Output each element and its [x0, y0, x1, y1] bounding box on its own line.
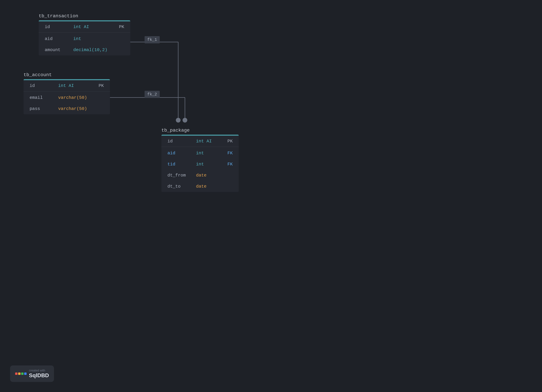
col-type: int AI: [58, 83, 87, 88]
col-name: dt_to: [168, 184, 189, 189]
table-row: aid int FK: [161, 148, 239, 159]
col-type: varchar(50): [58, 106, 87, 111]
table-account: id int AI PK email varchar(50) pass varc…: [23, 79, 110, 114]
col-name: aid: [168, 151, 189, 156]
logo-icon: [15, 372, 27, 375]
col-name: email: [30, 95, 51, 100]
col-type: date: [196, 173, 216, 178]
table-transaction: id int AI PK aid int amount decimal(10,2…: [39, 20, 130, 55]
table-package-title: tb_package: [161, 128, 190, 133]
logo-dot-red: [15, 372, 17, 375]
col-badge: PK: [114, 24, 124, 29]
table-row: amount decimal(10,2): [39, 44, 130, 55]
col-type: varchar(50): [58, 95, 87, 100]
svg-point-5: [183, 118, 187, 123]
col-type: date: [196, 184, 216, 189]
logo-dot-blue: [24, 372, 27, 375]
col-badge: PK: [94, 83, 104, 88]
col-badge: FK: [222, 151, 233, 156]
table-row: dt_to date: [161, 181, 239, 192]
table-account-container: tb_account id int AI PK email varchar(50…: [23, 72, 52, 79]
table-row: id int AI PK: [161, 136, 239, 147]
fk-label-1: fk_1: [145, 36, 160, 43]
col-name: id: [45, 24, 67, 29]
connector-lines: [0, 0, 542, 392]
col-name: pass: [30, 106, 51, 111]
table-account-title: tb_account: [23, 72, 52, 77]
table-package-body: id int AI PK aid int FK tid int FK dt_: [161, 136, 239, 192]
col-type: int: [73, 36, 108, 41]
table-row: id int AI PK: [39, 21, 130, 33]
logo-created-with: created with: [29, 369, 49, 372]
diagram-canvas: tb_transaction id int AI PK aid int amou…: [0, 0, 542, 392]
table-package: id int AI PK aid int FK tid int FK dt_: [161, 135, 239, 192]
logo-dot-yellow: [18, 372, 21, 375]
col-name: amount: [45, 47, 67, 53]
col-type: int: [196, 151, 216, 156]
fk-label-2: fk_2: [145, 91, 160, 98]
table-row: pass varchar(50): [23, 103, 110, 114]
table-transaction-title: tb_transaction: [39, 13, 78, 19]
logo-dot-green: [21, 372, 23, 375]
table-package-container: tb_package id int AI PK aid int FK tid: [161, 128, 190, 135]
col-badge: PK: [222, 139, 233, 144]
table-row: dt_from date: [161, 170, 239, 181]
svg-point-2: [176, 118, 181, 123]
col-type: int: [196, 162, 216, 167]
logo-container: created with SqlDBD: [10, 365, 54, 382]
col-name: aid: [45, 36, 67, 41]
col-name: id: [168, 139, 189, 144]
col-name: tid: [168, 162, 189, 167]
col-type: int AI: [73, 24, 108, 29]
col-type: decimal(10,2): [73, 47, 108, 53]
col-name: dt_from: [168, 173, 189, 178]
col-type: int AI: [196, 139, 216, 144]
col-badge: FK: [222, 162, 233, 167]
table-account-body: id int AI PK email varchar(50) pass varc…: [23, 80, 110, 114]
table-row: email varchar(50): [23, 92, 110, 103]
logo-brand: SqlDBD: [29, 372, 49, 379]
table-transaction-container: tb_transaction id int AI PK aid int amou…: [39, 13, 78, 20]
table-row: tid int FK: [161, 159, 239, 170]
col-name: id: [30, 83, 51, 88]
table-transaction-body: id int AI PK aid int amount decimal(10,2…: [39, 21, 130, 55]
logo-text-block: created with SqlDBD: [29, 369, 49, 379]
table-row: aid int: [39, 33, 130, 44]
table-row: id int AI PK: [23, 80, 110, 91]
